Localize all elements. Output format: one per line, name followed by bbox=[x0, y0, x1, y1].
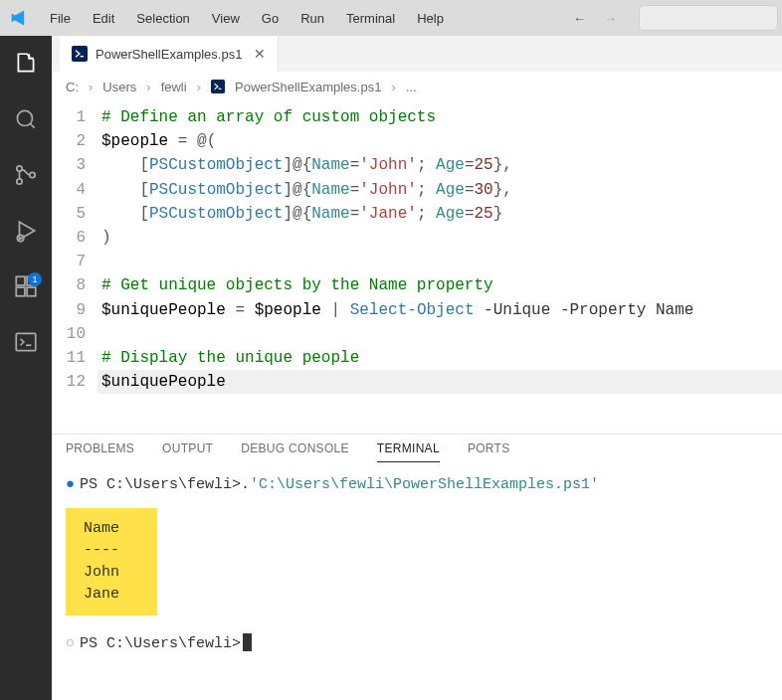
svg-point-1 bbox=[17, 166, 22, 171]
bottom-panel: PROBLEMSOUTPUTDEBUG CONSOLETERMINALPORTS… bbox=[52, 434, 782, 700]
extensions-badge: 1 bbox=[28, 272, 42, 286]
search-icon[interactable] bbox=[12, 105, 40, 133]
svg-rect-5 bbox=[16, 276, 25, 285]
panel-tab-output[interactable]: OUTPUT bbox=[162, 441, 213, 461]
code-line[interactable]: $people = @( bbox=[98, 129, 782, 153]
panel-tab-problems[interactable]: PROBLEMS bbox=[66, 441, 134, 461]
line-number: 12 bbox=[52, 370, 86, 394]
close-tab-icon[interactable]: ✕ bbox=[254, 46, 266, 62]
line-gutter: 123456789101112 bbox=[52, 101, 98, 434]
extensions-icon[interactable]: 1 bbox=[12, 272, 40, 300]
svg-point-2 bbox=[17, 179, 22, 184]
vscode-logo-icon bbox=[0, 8, 40, 28]
terminal-panel-icon[interactable] bbox=[12, 328, 40, 356]
code-line[interactable]: [PSCustomObject]@{Name='John'; Age=25}, bbox=[98, 153, 782, 177]
line-number: 11 bbox=[52, 346, 86, 370]
svg-point-0 bbox=[17, 110, 32, 125]
menu-item-help[interactable]: Help bbox=[407, 5, 454, 32]
line-number: 9 bbox=[52, 298, 86, 322]
line-number: 4 bbox=[52, 178, 86, 202]
menu-item-terminal[interactable]: Terminal bbox=[336, 5, 405, 32]
breadcrumb-segment[interactable]: C: bbox=[66, 80, 79, 94]
code-line[interactable]: # Define an array of custom objects bbox=[98, 105, 782, 129]
line-number: 3 bbox=[52, 153, 86, 177]
terminal-view[interactable]: ● PS C:\Users\fewli> . 'C:\Users\fewli\P… bbox=[52, 468, 782, 700]
line-number: 1 bbox=[52, 105, 86, 129]
terminal-cursor bbox=[243, 633, 252, 651]
powershell-file-icon bbox=[211, 80, 225, 93]
breadcrumb-segment[interactable]: fewli bbox=[161, 80, 187, 94]
terminal-output: Name ---- John Jane bbox=[66, 508, 157, 615]
line-number: 5 bbox=[52, 202, 86, 226]
powershell-file-icon bbox=[72, 46, 88, 62]
svg-rect-9 bbox=[16, 333, 36, 350]
menu-item-run[interactable]: Run bbox=[291, 5, 334, 32]
terminal-cmd-prefix: . bbox=[241, 474, 250, 496]
chevron-right-icon: › bbox=[197, 80, 201, 94]
line-number: 7 bbox=[52, 250, 86, 273]
line-number: 8 bbox=[52, 273, 86, 297]
code-area[interactable]: # Define an array of custom objects$peop… bbox=[98, 101, 782, 434]
title-bar: FileEditSelectionViewGoRunTerminalHelp ←… bbox=[0, 0, 782, 36]
svg-point-3 bbox=[30, 172, 35, 177]
terminal-prompt: PS C:\Users\fewli> bbox=[80, 474, 241, 496]
chevron-right-icon: › bbox=[391, 80, 395, 94]
code-editor[interactable]: 123456789101112 # Define an array of cus… bbox=[52, 101, 782, 434]
menu-item-file[interactable]: File bbox=[40, 5, 81, 32]
terminal-prompt: PS C:\Users\fewli> bbox=[80, 633, 241, 655]
panel-tab-ports[interactable]: PORTS bbox=[468, 441, 510, 461]
svg-rect-6 bbox=[16, 287, 25, 296]
main-menu: FileEditSelectionViewGoRunTerminalHelp bbox=[40, 5, 454, 32]
editor-tabs: PowerShellExamples.ps1 ✕ bbox=[52, 36, 782, 72]
breadcrumb-file[interactable]: PowerShellExamples.ps1 bbox=[235, 80, 381, 94]
source-control-icon[interactable] bbox=[12, 161, 40, 189]
explorer-icon[interactable] bbox=[12, 50, 40, 78]
breadcrumb[interactable]: C:›Users›fewli›PowerShellExamples.ps1›..… bbox=[52, 72, 782, 101]
chevron-right-icon: › bbox=[89, 80, 93, 94]
code-line[interactable]: # Get unique objects by the Name propert… bbox=[98, 273, 782, 297]
svg-rect-7 bbox=[27, 287, 36, 296]
code-line[interactable]: # Display the unique people bbox=[98, 346, 782, 370]
code-line[interactable] bbox=[98, 322, 782, 346]
command-center-input[interactable] bbox=[639, 5, 778, 31]
code-line[interactable]: [PSCustomObject]@{Name='John'; Age=30}, bbox=[98, 178, 782, 202]
panel-tab-debug-console[interactable]: DEBUG CONSOLE bbox=[241, 441, 349, 461]
nav-back-icon[interactable]: ← bbox=[573, 11, 586, 26]
line-number: 6 bbox=[52, 226, 86, 250]
panel-tabs: PROBLEMSOUTPUTDEBUG CONSOLETERMINALPORTS bbox=[52, 435, 782, 468]
code-line[interactable]: ) bbox=[98, 226, 782, 250]
menu-item-view[interactable]: View bbox=[202, 5, 250, 32]
active-prompt-icon: ● bbox=[66, 474, 76, 496]
menu-item-edit[interactable]: Edit bbox=[83, 5, 124, 32]
idle-prompt-icon: ○ bbox=[66, 633, 76, 655]
code-line[interactable]: [PSCustomObject]@{Name='Jane'; Age=25} bbox=[98, 202, 782, 226]
code-line[interactable] bbox=[98, 250, 782, 273]
line-number: 2 bbox=[52, 129, 86, 153]
chevron-right-icon: › bbox=[146, 80, 150, 94]
terminal-cmd-path: 'C:\Users\fewli\PowerShellExamples.ps1' bbox=[250, 474, 599, 496]
menu-item-selection[interactable]: Selection bbox=[126, 5, 199, 32]
breadcrumb-segment[interactable]: Users bbox=[102, 80, 136, 94]
run-debug-icon[interactable] bbox=[12, 217, 40, 245]
nav-forward-icon[interactable]: → bbox=[604, 11, 617, 26]
menu-item-go[interactable]: Go bbox=[252, 5, 289, 32]
panel-tab-terminal[interactable]: TERMINAL bbox=[377, 441, 440, 462]
code-line[interactable]: $uniquePeople bbox=[98, 370, 782, 394]
line-number: 10 bbox=[52, 322, 86, 346]
breadcrumb-more[interactable]: ... bbox=[406, 80, 417, 94]
code-line[interactable]: $uniquePeople = $people | Select-Object … bbox=[98, 298, 782, 322]
activity-bar: 1 bbox=[0, 36, 52, 700]
editor-tab-label: PowerShellExamples.ps1 bbox=[96, 47, 242, 62]
editor-tab[interactable]: PowerShellExamples.ps1 ✕ bbox=[60, 36, 279, 72]
